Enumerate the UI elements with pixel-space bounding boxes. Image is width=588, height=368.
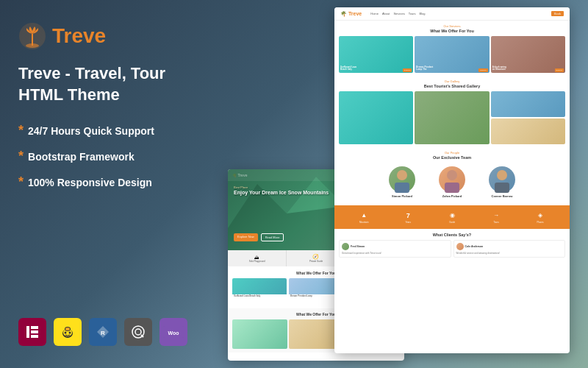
svg-rect-34 xyxy=(495,183,509,193)
svg-rect-4 xyxy=(31,326,38,329)
feature-list: 24/7 Hours Quick Support Bootstrap Frame… xyxy=(18,123,180,200)
gallery-section: Our Gallery Best Tourist's Shared Galler… xyxy=(334,77,570,148)
testimonial-section: What Clients Say's? Fred Simon Great tra… xyxy=(334,229,570,261)
left-panel: Treve Treve - Travel, Tour HTML Theme 24… xyxy=(0,0,198,368)
feature-item-2: Bootstrap Framework xyxy=(18,149,180,164)
feature-item-3: 100% Responsive Design xyxy=(18,174,180,190)
right-nav: 🌴 Treve Home About Services Tours Blog B… xyxy=(334,7,570,21)
svg-rect-5 xyxy=(31,330,38,333)
stat-icon-5: ◈ Places xyxy=(536,211,545,224)
logo-area: Treve xyxy=(18,22,180,50)
svg-rect-30 xyxy=(395,183,409,193)
badge-revolution: R xyxy=(89,318,117,346)
product-title: Treve - Travel, Tour HTML Theme xyxy=(18,63,180,105)
stats-bar: ▲ Mountain 7 Years ◉ Guide → Tours ◈ Pla… xyxy=(334,205,570,229)
logo-icon xyxy=(18,22,46,50)
svg-point-9 xyxy=(65,332,67,334)
svg-rect-3 xyxy=(26,326,29,338)
svg-rect-32 xyxy=(445,183,459,193)
badge-quiz xyxy=(124,318,152,346)
svg-point-33 xyxy=(497,170,507,180)
stat-icon-4: → Tours xyxy=(492,211,501,224)
testimonial-cards: Fred Simon Great travel experience with … xyxy=(339,240,565,258)
stat-icon-3: ◉ Guide xyxy=(448,211,456,224)
hero-text: Best Place Enjoy Your Dream Ice Snow Mou… xyxy=(234,185,329,197)
testimonial-card-1: Fred Simon Great travel experience with … xyxy=(339,240,451,258)
feature-item-1: 24/7 Hours Quick Support xyxy=(18,123,180,138)
testimonial-card-2: Cole Anderson Wonderful service and amaz… xyxy=(453,240,566,258)
badge-woocommerce: Woo xyxy=(159,318,187,346)
logo-text: Treve xyxy=(52,24,106,48)
stat-icon-1: ▲ Mountain xyxy=(359,211,368,224)
badge-mailchimp xyxy=(54,318,82,346)
team-member-1: Simon Pickard xyxy=(380,166,424,198)
svg-point-10 xyxy=(69,332,71,334)
right-panel: 🌴 Treve Home About Tours Book Now xyxy=(191,0,588,368)
badge-row: R Woo xyxy=(18,318,187,346)
screenshot-right: 🌴 Treve Home About Services Tours Blog B… xyxy=(334,7,570,353)
svg-text:R: R xyxy=(101,330,105,336)
team-section: Our People Our Exclusive Team Simon Pick… xyxy=(334,148,570,205)
svg-point-31 xyxy=(447,170,457,180)
svg-rect-6 xyxy=(31,335,38,338)
svg-point-16 xyxy=(135,329,141,335)
team-member-3: Conner Barrow xyxy=(480,166,524,198)
svg-point-29 xyxy=(397,170,407,180)
svg-text:Woo: Woo xyxy=(168,330,179,336)
svg-point-2 xyxy=(26,43,39,48)
svg-point-12 xyxy=(65,328,70,330)
stat-icon-2: 7 Years xyxy=(404,211,412,224)
team-row: Simon Pickard Zahra Pickard xyxy=(339,163,565,202)
hero-buttons: Explore Now Read More xyxy=(234,233,284,241)
offer-right-section: Our Services What We Offer For You Surfb… xyxy=(334,21,570,77)
badge-elementor xyxy=(18,318,46,346)
team-member-2: Zahra Pickard xyxy=(430,166,474,198)
